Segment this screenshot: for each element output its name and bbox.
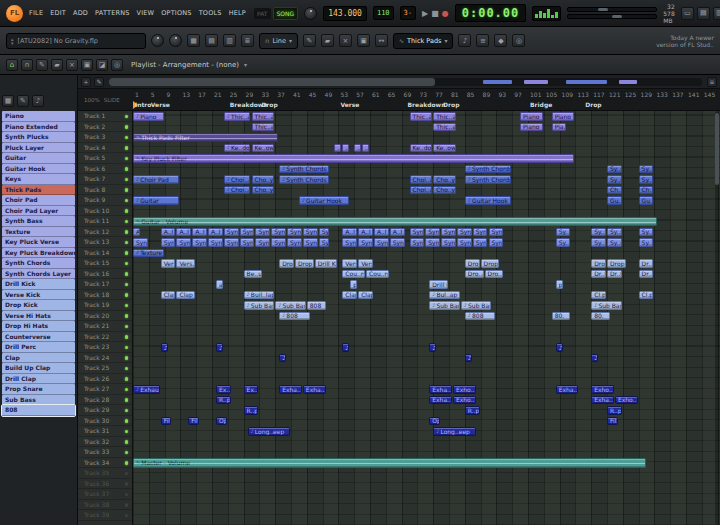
track-mute-led[interactable]: [125, 325, 129, 329]
track-header[interactable]: Track 2: [78, 122, 132, 133]
pattern-clip[interactable]: Thic..ads: [252, 123, 275, 132]
pattern-clip[interactable]: ♪Bul..ap #2: [429, 291, 460, 300]
pattern-clip[interactable]: ♪Sub Bass: [275, 301, 306, 310]
pattern-clip[interactable]: A..l: [374, 228, 389, 237]
pattern-clip[interactable]: Synt..ass: [303, 228, 318, 237]
pattern-clip[interactable]: Choi..ayer: [410, 186, 433, 195]
pattern-clip[interactable]: Vers..ck: [358, 259, 373, 268]
pattern-clip[interactable]: Synt..ass: [473, 228, 488, 237]
draw-tool-icon[interactable]: ✎: [303, 34, 316, 47]
pattern-clip[interactable]: Synt..ass: [374, 238, 389, 247]
playlist-brush-icon[interactable]: ▰: [51, 59, 63, 71]
track-header[interactable]: Track 9: [78, 195, 132, 206]
pattern-clip[interactable]: Dr..ts: [607, 270, 622, 279]
stop-button[interactable]: ■: [431, 9, 439, 18]
picker-item[interactable]: Drill Perc: [2, 342, 75, 353]
pattern-clip[interactable]: ♪Guitar: [133, 196, 179, 205]
track-header[interactable]: Track 1: [78, 111, 132, 122]
track-header[interactable]: Track 6: [78, 164, 132, 175]
pattern-clip[interactable]: Thic..ads: [252, 112, 275, 121]
menu-edit[interactable]: EDIT: [50, 9, 66, 17]
playlist-magnet-icon[interactable]: ∩: [21, 59, 33, 71]
picker-item[interactable]: Guitar: [2, 153, 75, 164]
track-header[interactable]: Track 35: [78, 468, 132, 479]
playlist-panel-icon[interactable]: ▦: [187, 34, 200, 47]
picker-item[interactable]: Texture: [2, 227, 75, 238]
pattern-clip[interactable]: 80.: [591, 312, 610, 321]
metronome-icon[interactable]: ♪: [458, 34, 471, 47]
track-header[interactable]: Track 4: [78, 143, 132, 154]
picker-pencil-icon[interactable]: ✎: [17, 95, 29, 107]
track-header[interactable]: Track 36: [78, 479, 132, 490]
track-mute-led[interactable]: [125, 251, 129, 255]
pattern-clip[interactable]: ♪Synth Chords Layer: [279, 175, 329, 184]
pattern-clip[interactable]: Exha..#1: [429, 396, 452, 405]
track-mute-led[interactable]: [125, 304, 129, 308]
pattern-clip[interactable]: ♪: [556, 343, 563, 352]
pattern-clip[interactable]: Dr..ck: [639, 259, 654, 268]
picker-item[interactable]: Build Up Clap: [2, 363, 75, 374]
picker-item[interactable]: Choir Pad: [2, 195, 75, 206]
pattern-clip[interactable]: Synt..ass: [161, 238, 176, 247]
pattern-clip[interactable]: Drop Kick: [607, 259, 626, 268]
main-volume-knob[interactable]: [151, 34, 164, 47]
pattern-clip[interactable]: Ex..: [216, 385, 231, 394]
pattern-clip[interactable]: Exha..#1: [556, 385, 579, 394]
picker-item[interactable]: Pluck Layer: [2, 143, 75, 154]
track-mute-led[interactable]: [125, 367, 129, 371]
track-header[interactable]: Track 38: [78, 500, 132, 511]
pattern-clip[interactable]: Verse Kick: [161, 259, 176, 268]
playlist-title-caret-icon[interactable]: ▾: [244, 61, 247, 68]
pattern-clip[interactable]: A..l: [358, 228, 373, 237]
mute-tool-icon[interactable]: ▣: [357, 34, 370, 47]
pattern-clip[interactable]: Ke..own: [252, 144, 275, 153]
pattern-clip[interactable]: Synt..ass: [358, 238, 373, 247]
pattern-clip[interactable]: ♪Sub Bass: [429, 301, 460, 310]
track-header[interactable]: Track 37: [78, 489, 132, 500]
picker-item[interactable]: Piano Extended: [2, 122, 75, 133]
track-mute-led[interactable]: [125, 472, 129, 476]
automation-clip[interactable]: ∿Thick Pads Filter: [133, 133, 278, 143]
pattern-clip[interactable]: Dr..ts: [591, 270, 606, 279]
track-header[interactable]: Track 22: [78, 332, 132, 343]
vertical-scrollbar-handle[interactable]: [715, 113, 719, 185]
playlist-slice-icon[interactable]: ◪: [96, 59, 108, 71]
pattern-clip[interactable]: Synt..ass: [287, 238, 302, 247]
picker-item[interactable]: Drill Clap: [2, 374, 75, 385]
pattern-clip[interactable]: Synt..ass: [303, 238, 318, 247]
track-mute-led[interactable]: [125, 377, 129, 381]
picker-item[interactable]: Piano: [2, 111, 75, 122]
pattern-clip[interactable]: Ch..d: [639, 186, 654, 195]
pattern-clip[interactable]: ♪Buil..lap: [244, 291, 275, 300]
pattern-clip[interactable]: ♪Long..eep: [433, 427, 475, 436]
pattern-clip[interactable]: Syn..ss: [319, 238, 330, 247]
pattern-clip[interactable]: Synt..ass: [133, 238, 148, 247]
news-hint[interactable]: Today A newer version of FL Stud..: [656, 34, 714, 48]
pattern-clip[interactable]: Drop Kick: [465, 259, 480, 268]
pattern-clip[interactable]: Synt..ass: [410, 238, 425, 247]
track-mute-led[interactable]: [125, 430, 129, 434]
song-toggle[interactable]: SONG: [273, 7, 299, 20]
track-header[interactable]: Track 12: [78, 227, 132, 238]
fl-logo-icon[interactable]: FL: [6, 5, 23, 22]
pattern-clip[interactable]: Synt..ass: [240, 238, 255, 247]
track-mute-led[interactable]: [125, 283, 129, 287]
pattern-clip[interactable]: Sy..s: [607, 238, 622, 247]
pattern-clip[interactable]: Op..ct: [216, 417, 227, 426]
playlist-options-icon[interactable]: ≡: [707, 77, 717, 87]
pattern-clip[interactable]: Exho..#2: [453, 385, 476, 394]
track-mute-led[interactable]: [125, 199, 129, 203]
pattern-clip[interactable]: Sy..s: [639, 238, 654, 247]
menu-help[interactable]: HELP: [229, 9, 246, 17]
pattern-clip[interactable]: Clap: [342, 291, 357, 300]
picker-item[interactable]: Synth Chords: [2, 258, 75, 269]
pattern-clip[interactable]: Vers..ck: [176, 259, 195, 268]
pattern-clip[interactable]: Sy..r: [639, 175, 654, 184]
pattern-clip[interactable]: Synt..ass: [441, 238, 456, 247]
picker-item[interactable]: Key Pluck Verse: [2, 237, 75, 248]
track-mute-led[interactable]: [125, 125, 129, 129]
menu-tools[interactable]: TOOLS: [199, 9, 222, 17]
pattern-clip[interactable]: Piano: [552, 112, 575, 121]
track-header[interactable]: Track 7: [78, 174, 132, 185]
track-header[interactable]: Track 26: [78, 374, 132, 385]
